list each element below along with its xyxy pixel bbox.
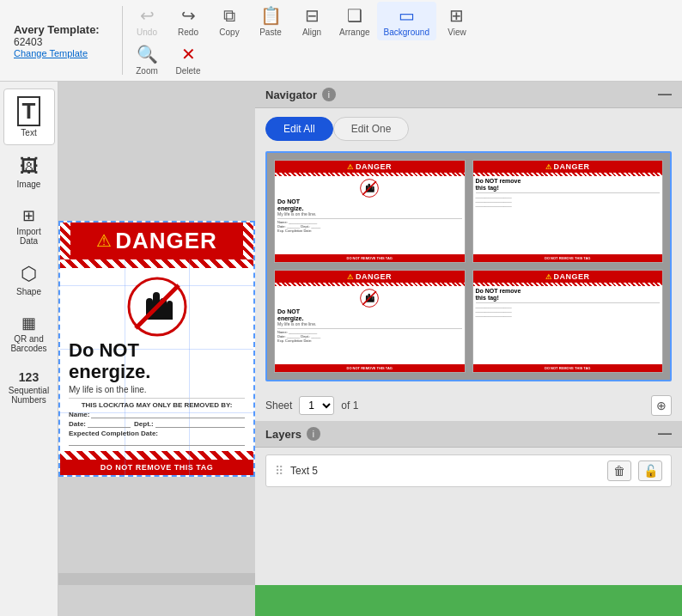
nav-do-not-4: Do NOT remove bbox=[476, 288, 661, 295]
label-subtitle: My life is on the line. bbox=[69, 385, 245, 394]
background-button[interactable]: ▭ Background bbox=[377, 2, 436, 40]
date-field-underline bbox=[88, 421, 131, 428]
undo-icon: ↩ bbox=[140, 5, 155, 26]
do-not-text: Do NOT bbox=[69, 340, 245, 361]
sidebar-item-qr-barcodes[interactable]: ▦ QR and Barcodes bbox=[3, 307, 55, 360]
sequential-numbers-icon: 123 bbox=[19, 370, 39, 384]
danger-warning-icon: ⚠ bbox=[96, 230, 112, 251]
background-icon: ▭ bbox=[399, 5, 415, 26]
zoom-button[interactable]: 🔍 Zoom bbox=[126, 40, 167, 79]
sidebar-item-sequential-numbers[interactable]: 123 Sequential Numbers bbox=[3, 363, 55, 412]
align-button[interactable]: ⊟ Align bbox=[291, 2, 332, 40]
nav-do-not-3: Do NOT bbox=[277, 308, 462, 315]
navigator-info-icon[interactable]: i bbox=[322, 88, 336, 101]
sidebar-item-shape[interactable]: ⬡ Shape bbox=[3, 256, 55, 303]
layers-title: Layers bbox=[265, 428, 301, 441]
delete-icon: ✕ bbox=[181, 44, 196, 64]
nav-lines-1: Name: _______________Date: _______ Dept.… bbox=[277, 218, 462, 233]
arrange-button[interactable]: ❑ Arrange bbox=[332, 2, 377, 40]
layer-delete-button[interactable]: 🗑 bbox=[607, 460, 631, 481]
redo-label: Redo bbox=[178, 27, 198, 37]
layers-collapse-button[interactable]: — bbox=[658, 426, 672, 442]
edit-all-tab[interactable]: Edit All bbox=[265, 117, 333, 141]
sidebar-item-text[interactable]: T Text bbox=[3, 88, 55, 145]
date-dept-field-line: Date: Dept.: bbox=[69, 420, 245, 428]
layers-header-left: Layers i bbox=[265, 427, 320, 441]
label-card[interactable]: ⚠ DANGER Do NOT energize bbox=[58, 221, 255, 477]
layer-lock-icon: 🔓 bbox=[643, 464, 658, 478]
nav-danger-header-4: ⚠ DANGER bbox=[473, 271, 663, 283]
image-tool-label: Image bbox=[17, 180, 41, 189]
label-bottom-text: DO NOT REMOVE THIS TAG bbox=[60, 460, 253, 475]
arrange-label: Arrange bbox=[339, 27, 370, 37]
nav-bottom-red-4: DO NOT REMOVE THIS TAG bbox=[473, 364, 663, 372]
nav-label-preview-4[interactable]: ⚠ DANGER Do NOT remove this tag! _______… bbox=[472, 270, 664, 373]
label-fields: THIS LOCK/TAG MAY ONLY BE REMOVED BY: Na… bbox=[69, 398, 245, 446]
layer-delete-icon: 🗑 bbox=[613, 464, 625, 478]
nav-energize-4: this tag! bbox=[476, 295, 661, 301]
left-sidebar: T Text 🖼 Image ⊞ Import Data ⬡ Shape ▦ Q… bbox=[0, 82, 58, 616]
layer-drag-handle[interactable]: ⠿ bbox=[275, 464, 283, 478]
add-sheet-icon: ⊕ bbox=[656, 399, 667, 412]
redo-button[interactable]: ↪ Redo bbox=[167, 2, 209, 40]
view-icon: ⊞ bbox=[449, 5, 464, 26]
paste-label: Paste bbox=[259, 27, 282, 37]
nav-hand-icon-3 bbox=[360, 289, 379, 308]
sidebar-item-import-data[interactable]: ⊞ Import Data bbox=[3, 199, 55, 253]
nav-energize-3: energize. bbox=[277, 315, 462, 321]
paste-button[interactable]: 📋 Paste bbox=[250, 2, 291, 40]
completion-field-label: Expected Completion Date: bbox=[69, 430, 158, 437]
copy-icon: ⧉ bbox=[223, 6, 235, 26]
import-data-label: Import Data bbox=[7, 227, 52, 246]
nav-warn-icon-3: ⚠ bbox=[347, 273, 354, 281]
delete-button[interactable]: ✕ Delete bbox=[167, 40, 209, 79]
layers-info-icon[interactable]: i bbox=[307, 427, 320, 441]
toolbar-bottom-row: 🔍 Zoom ✕ Delete bbox=[126, 40, 478, 79]
name-field-underline bbox=[91, 412, 245, 418]
label-stripe-top bbox=[60, 259, 253, 268]
add-sheet-button[interactable]: ⊕ bbox=[651, 395, 672, 416]
change-template-link[interactable]: Change Template bbox=[14, 48, 112, 58]
save-bar[interactable] bbox=[255, 585, 682, 616]
nav-lines-4: ________________________________________… bbox=[476, 302, 661, 317]
sheet-select[interactable]: 1 bbox=[299, 396, 334, 415]
image-tool-icon: 🖼 bbox=[20, 156, 39, 178]
zoom-label: Zoom bbox=[136, 66, 158, 76]
navigator-collapse-button[interactable]: — bbox=[658, 87, 672, 102]
layer-lock-button[interactable]: 🔓 bbox=[638, 460, 662, 481]
navigator-header: Navigator i — bbox=[255, 82, 682, 108]
nav-warn-icon-1: ⚠ bbox=[347, 163, 354, 171]
nav-warn-icon-4: ⚠ bbox=[545, 273, 552, 281]
nav-label-preview-2[interactable]: ⚠ DANGER Do NOT remove this tag! _______… bbox=[472, 160, 664, 263]
copy-button[interactable]: ⧉ Copy bbox=[209, 3, 250, 40]
danger-header: ⚠ DANGER bbox=[60, 223, 253, 259]
name-field-line: Name: bbox=[69, 411, 245, 418]
undo-button[interactable]: ↩ Undo bbox=[126, 2, 167, 40]
toolbar: Avery Template: 62403 Change Template ↩ … bbox=[0, 0, 682, 82]
sequential-numbers-label: Sequential Numbers bbox=[7, 386, 52, 405]
copy-label: Copy bbox=[219, 27, 239, 37]
canvas-area[interactable]: ⚠ DANGER Do NOT energize bbox=[58, 82, 255, 616]
nav-label-body-1: Do NOT energize. My life is on the line.… bbox=[275, 176, 465, 235]
template-id: 62403 bbox=[14, 36, 112, 48]
nav-danger-header-1: ⚠ DANGER bbox=[275, 161, 465, 173]
nav-bottom-red-2: DO NOT REMOVE THIS TAG bbox=[473, 254, 663, 262]
nav-lines-3: Name: _______________Date: _______ Dept.… bbox=[277, 328, 462, 343]
edit-tabs: Edit All Edit One bbox=[255, 108, 682, 146]
toolbar-actions: ↩ Undo ↪ Redo ⧉ Copy 📋 Paste ⊟ Align ❑ A… bbox=[126, 2, 478, 79]
nav-danger-header-3: ⚠ DANGER bbox=[275, 271, 465, 283]
horizontal-scrollbar[interactable] bbox=[58, 573, 255, 585]
nav-life-3: My life is on the line. bbox=[277, 321, 462, 326]
view-button[interactable]: ⊞ View bbox=[436, 2, 478, 40]
background-label: Background bbox=[384, 27, 429, 37]
nav-label-preview-3[interactable]: ⚠ DANGER Do NOT energize. My life is on … bbox=[274, 270, 466, 373]
sidebar-item-image[interactable]: 🖼 Image bbox=[3, 149, 55, 196]
nav-energize-2: this tag! bbox=[476, 185, 661, 191]
nav-label-preview-1[interactable]: ⚠ DANGER Do NOT energize. My life is on … bbox=[274, 160, 466, 263]
align-icon: ⊟ bbox=[305, 5, 320, 26]
danger-text: DANGER bbox=[115, 228, 217, 254]
edit-one-tab[interactable]: Edit One bbox=[333, 117, 410, 141]
sheet-controls: Sheet 1 of 1 ⊕ bbox=[255, 390, 682, 421]
sheet-label: Sheet bbox=[265, 399, 292, 412]
label-body: Do NOT energize. My life is on the line.… bbox=[60, 268, 253, 451]
